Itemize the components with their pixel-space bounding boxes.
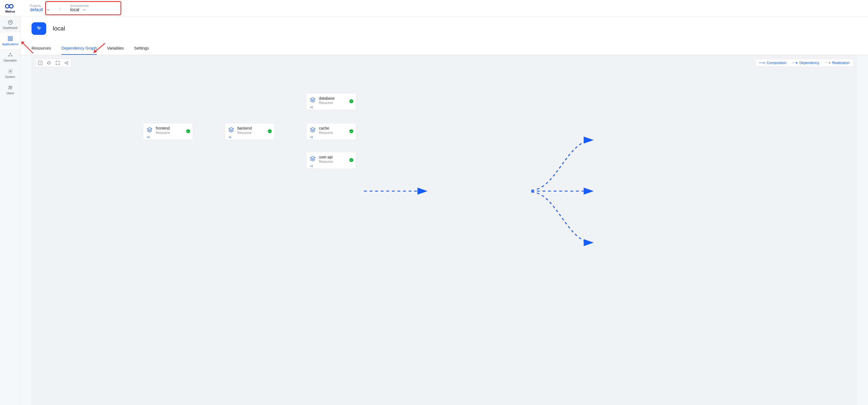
resource-icon	[146, 126, 153, 134]
project-selector-label: Projects	[30, 4, 50, 7]
sidebar-item-dashboard[interactable]: Dashboard	[0, 16, 21, 33]
refresh-button[interactable]	[46, 60, 52, 65]
fullscreen-button[interactable]	[55, 60, 60, 65]
sidebar-nav: Dashboard Applications Operation System …	[0, 16, 21, 98]
sidebar-item-users[interactable]: Users	[0, 82, 21, 98]
svg-point-19	[67, 61, 68, 62]
brand-name: Walrus	[5, 10, 15, 13]
resource-icon	[309, 126, 316, 134]
annotation-arrow-sidebar	[20, 40, 34, 54]
legend-dependency[interactable]: Dependency	[792, 61, 819, 65]
svg-point-13	[9, 71, 11, 72]
node-subtitle: Resource	[156, 131, 190, 135]
chevron-down-icon	[47, 8, 50, 11]
tab-settings[interactable]: Settings	[134, 43, 149, 55]
svg-point-38	[312, 166, 313, 167]
svg-point-37	[312, 165, 313, 166]
status-badge-success	[349, 129, 353, 133]
svg-point-26	[149, 138, 150, 138]
node-subtitle: Resource	[238, 131, 272, 135]
sub-resources-icon[interactable]	[310, 106, 313, 109]
page-title: local	[53, 25, 65, 32]
breadcrumb-separator: /	[59, 7, 60, 12]
node-title: cache	[319, 126, 353, 131]
svg-point-31	[312, 106, 313, 107]
graph-nodes: frontend Resource backend Resource	[32, 55, 857, 405]
share-button[interactable]	[64, 60, 69, 65]
node-title: user-api	[319, 155, 353, 159]
svg-point-29	[230, 138, 231, 138]
sidebar-item-applications[interactable]: Applications	[0, 33, 21, 49]
apps-icon	[8, 36, 13, 41]
node-title: database	[319, 96, 353, 100]
svg-point-35	[312, 138, 313, 138]
tabs: Resources Dependency Graph Variables Set…	[32, 43, 857, 55]
status-badge-success	[349, 99, 353, 103]
node-subtitle: Resource	[319, 160, 353, 164]
sub-resources-icon[interactable]	[147, 136, 150, 139]
gauge-icon	[8, 20, 13, 25]
sub-resources-icon[interactable]	[228, 136, 231, 139]
svg-rect-7	[10, 37, 12, 38]
chevron-down-icon	[83, 8, 86, 11]
svg-rect-6	[8, 37, 10, 38]
node-subtitle: Resource	[319, 101, 353, 105]
sidebar-item-label: Users	[6, 91, 14, 95]
page-header: local Resources Dependency Graph Variabl…	[21, 16, 868, 55]
status-badge-success	[349, 158, 353, 162]
sub-resources-icon[interactable]	[310, 165, 313, 167]
node-user-api[interactable]: user-api Resource	[306, 152, 356, 169]
svg-point-15	[11, 86, 12, 87]
sidebar-item-system[interactable]: System	[0, 65, 21, 82]
svg-point-0	[5, 4, 9, 8]
sidebar: Walrus Dashboard Applications Operation …	[0, 0, 21, 405]
node-subtitle: Resource	[319, 131, 353, 135]
walrus-logo-icon	[5, 3, 16, 9]
operation-icon	[8, 52, 13, 58]
brand-logo[interactable]: Walrus	[0, 0, 21, 16]
node-title: backend	[238, 126, 272, 131]
sidebar-item-label: System	[5, 75, 15, 78]
svg-point-10	[10, 53, 10, 54]
environment-selector[interactable]: Environments local	[70, 4, 89, 12]
svg-point-18	[65, 62, 66, 63]
topbar: Projects default / Environments local	[21, 0, 868, 16]
sub-resources-icon[interactable]	[310, 136, 313, 139]
svg-point-2	[6, 5, 7, 6]
project-selector[interactable]: Projects default	[30, 4, 50, 12]
environment-badge-icon	[32, 22, 46, 35]
svg-point-32	[312, 108, 313, 108]
node-title: frontend	[156, 126, 190, 131]
svg-point-12	[11, 56, 12, 56]
environment-selector-value: local	[70, 7, 80, 12]
svg-point-3	[7, 5, 8, 6]
svg-point-34	[312, 136, 313, 137]
resource-icon	[227, 126, 235, 134]
tab-variables[interactable]: Variables	[107, 43, 124, 55]
node-cache[interactable]: cache Resource	[306, 123, 356, 140]
legend-realization[interactable]: Realization	[825, 61, 850, 65]
tab-resources[interactable]: Resources	[32, 43, 51, 55]
sidebar-item-operation[interactable]: Operation	[0, 49, 21, 65]
fit-view-button[interactable]	[38, 60, 43, 65]
node-frontend[interactable]: frontend Resource	[143, 123, 193, 140]
gear-icon	[8, 68, 13, 74]
tab-dependency-graph[interactable]: Dependency Graph	[61, 43, 97, 55]
svg-point-1	[9, 4, 13, 8]
status-badge-success	[186, 129, 190, 133]
environment-selector-label: Environments	[70, 4, 89, 7]
node-backend[interactable]: backend Resource	[225, 123, 275, 140]
users-icon	[8, 85, 13, 90]
resource-icon	[309, 155, 316, 163]
node-database[interactable]: database Resource	[306, 93, 356, 110]
project-selector-value: default	[30, 7, 43, 12]
legend-composition[interactable]: Composition	[759, 61, 786, 65]
svg-rect-8	[8, 39, 10, 41]
main-content: Projects default / Environments local	[21, 0, 868, 405]
svg-point-5	[10, 22, 10, 23]
svg-point-25	[149, 136, 150, 137]
svg-rect-9	[10, 39, 12, 41]
svg-point-14	[9, 86, 10, 87]
sidebar-item-label: Applications	[2, 42, 18, 46]
graph-canvas[interactable]: Composition Dependency Realization	[32, 55, 857, 405]
